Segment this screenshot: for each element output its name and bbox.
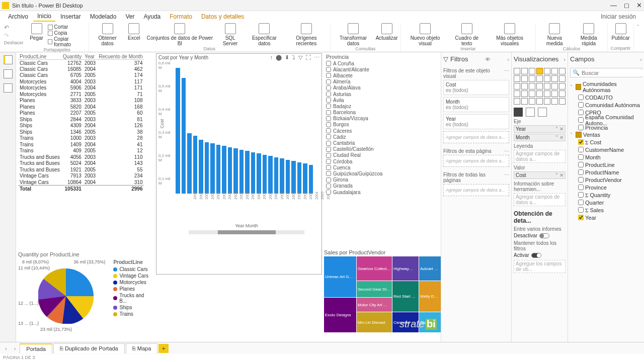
viz-type-10[interactable]: [536, 75, 543, 82]
page-tab[interactable]: ⎘ Duplicado de Portada: [53, 343, 125, 353]
viz-type-18[interactable]: [544, 83, 550, 89]
viz-type-1[interactable]: [521, 68, 528, 74]
filter-card[interactable]: Yeares (todos): [443, 114, 509, 129]
viz-type-25[interactable]: [544, 90, 550, 97]
viz-type-12[interactable]: [551, 75, 558, 82]
viz-type-13[interactable]: [559, 75, 566, 82]
field-item[interactable]: ΣSales: [570, 206, 642, 214]
viz-picker[interactable]: [514, 68, 566, 105]
viz-type-9[interactable]: [529, 75, 535, 82]
legend-dropzone[interactable]: Agregar campos de datos a...: [514, 150, 566, 163]
menu-archivo[interactable]: Archivo: [4, 12, 32, 21]
field-item[interactable]: ProductName: [570, 168, 642, 176]
filter-icon[interactable]: ▽: [298, 54, 302, 61]
slicer-item[interactable]: Araba/Álava: [324, 85, 439, 91]
field-item[interactable]: ProductVendor: [570, 176, 642, 184]
viz-type-20[interactable]: [559, 83, 566, 89]
undo-icon[interactable]: ↶: [4, 24, 24, 31]
field-table[interactable]: ˅Comunidades Autónomas: [570, 80, 642, 94]
value-field[interactable]: Cost˅ ✕: [514, 171, 566, 179]
viz-type-19[interactable]: [551, 83, 558, 89]
slicer-item[interactable]: Ávila: [324, 97, 439, 103]
viz-type-3[interactable]: [536, 68, 543, 74]
viz-type-27[interactable]: [559, 90, 566, 97]
field-item[interactable]: Year: [570, 214, 642, 221]
filter-dropzone-all[interactable]: Agregar campos de datos a...: [443, 184, 509, 196]
field-item[interactable]: ProductLine: [570, 161, 642, 168]
viz-type-14[interactable]: [514, 83, 520, 89]
slicer-item[interactable]: Cuenca: [324, 164, 439, 170]
enterdata-button[interactable]: Especificar datos: [246, 23, 283, 46]
textbox-button[interactable]: Cuadro de texto: [449, 23, 484, 46]
slicer-item[interactable]: Granada: [324, 183, 439, 189]
slicer-item[interactable]: Castelló/Castellón: [324, 146, 439, 152]
filter-card[interactable]: Costes (todos): [443, 80, 509, 95]
viz-type-26[interactable]: [551, 90, 558, 97]
viz-type-2[interactable]: [529, 68, 535, 74]
field-item[interactable]: ΣCost: [570, 138, 642, 146]
slicer-item[interactable]: Guipúzkoa/Guipúzcoa: [324, 170, 439, 176]
slicer-item[interactable]: Barcelona: [324, 110, 439, 116]
section-more-icon[interactable]: ⋯: [504, 68, 509, 79]
quick-measure-button[interactable]: Medida rápida: [573, 23, 604, 46]
redo-icon[interactable]: ↷: [4, 32, 24, 39]
section-more-icon[interactable]: ⋯: [504, 172, 509, 183]
signin-link[interactable]: Iniciar sesión: [597, 12, 640, 21]
slicer-item[interactable]: Albacete: [324, 72, 439, 78]
ribbon-collapse-icon[interactable]: ˆ: [634, 23, 642, 52]
viz-type-32[interactable]: [544, 98, 550, 105]
slicer-item[interactable]: Girona: [324, 177, 439, 183]
publish-button[interactable]: Publicar: [612, 23, 630, 41]
bar-visual[interactable]: Cost por Year y Month ↑ ⬤ ⬇ ⤵ ▽ ⛶ ⋯ 0,6 …: [156, 53, 322, 275]
search-input[interactable]: [582, 70, 644, 76]
menu-formato[interactable]: Formato: [166, 12, 196, 21]
fields-well-icon[interactable]: [514, 108, 523, 117]
keepall-toggle[interactable]: Activar: [514, 252, 566, 258]
field-item[interactable]: CustomerName: [570, 146, 642, 153]
viz-type-6[interactable]: [559, 68, 566, 74]
filters-eye-icon[interactable]: 👁: [485, 56, 491, 62]
viz-type-8[interactable]: [521, 75, 528, 82]
filter-dropzone-visual[interactable]: Agregar campos de datos a...: [443, 131, 509, 143]
section-more-icon[interactable]: ⋯: [504, 148, 509, 154]
menu-modelado[interactable]: Modelado: [86, 12, 121, 21]
filters-collapse-icon[interactable]: ›: [507, 56, 509, 62]
slicer-item[interactable]: Alacant/Alicante: [324, 66, 439, 72]
viz-type-5[interactable]: [551, 68, 558, 74]
data-view-icon[interactable]: [4, 69, 13, 78]
menu-ayuda[interactable]: Ayuda: [139, 12, 165, 21]
slicer-item[interactable]: Ciudad Real: [324, 152, 439, 158]
new-visual-button[interactable]: Nuevo objeto visual: [404, 23, 446, 46]
viz-type-7[interactable]: [514, 75, 520, 82]
crossreport-toggle[interactable]: Desactivar: [514, 233, 566, 238]
viz-type-28[interactable]: [514, 98, 520, 105]
fields-collapse-icon[interactable]: ›: [640, 56, 642, 62]
copy-button[interactable]: Copia: [48, 30, 86, 36]
menu-insertar[interactable]: Insertar: [56, 12, 85, 21]
field-item[interactable]: CODAUTO: [570, 94, 642, 101]
viz-type-15[interactable]: [521, 83, 528, 89]
field-item[interactable]: Month: [570, 153, 642, 161]
menu-datos y detalles[interactable]: Datos y detalles: [197, 12, 248, 21]
field-item[interactable]: Province: [570, 184, 642, 191]
slicer-item[interactable]: Asturias: [324, 91, 439, 97]
drill-dropzone[interactable]: Agregue los campos de ob...: [514, 260, 566, 273]
paste-button[interactable]: Pegar: [29, 23, 45, 41]
axis-field[interactable]: Year˅ ✕: [514, 125, 566, 133]
viz-type-31[interactable]: [536, 98, 543, 105]
add-page-button[interactable]: +: [158, 344, 169, 353]
maximize-icon[interactable]: ◻: [624, 2, 629, 9]
focus-icon[interactable]: ⛶: [305, 54, 311, 61]
field-item[interactable]: España Comunidad Autono...: [570, 116, 642, 124]
viz-type-16[interactable]: [529, 83, 535, 89]
table-visual[interactable]: ProductLineQuantityYearRecuento de Month…: [18, 53, 138, 192]
hierarchy-icon[interactable]: ⤵: [292, 54, 295, 61]
format-painter-button[interactable]: Copiar formato: [48, 36, 86, 47]
viz-type-21[interactable]: [514, 90, 520, 97]
viz-type-4[interactable]: [544, 68, 550, 74]
slicer-item[interactable]: Badajoz: [324, 103, 439, 109]
viz-type-33[interactable]: [551, 98, 558, 105]
slicer-item[interactable]: Bizkaia/Vizcaya: [324, 116, 439, 122]
slicer-item[interactable]: Cantabria: [324, 140, 439, 146]
viz-collapse-icon[interactable]: ›: [564, 56, 566, 62]
